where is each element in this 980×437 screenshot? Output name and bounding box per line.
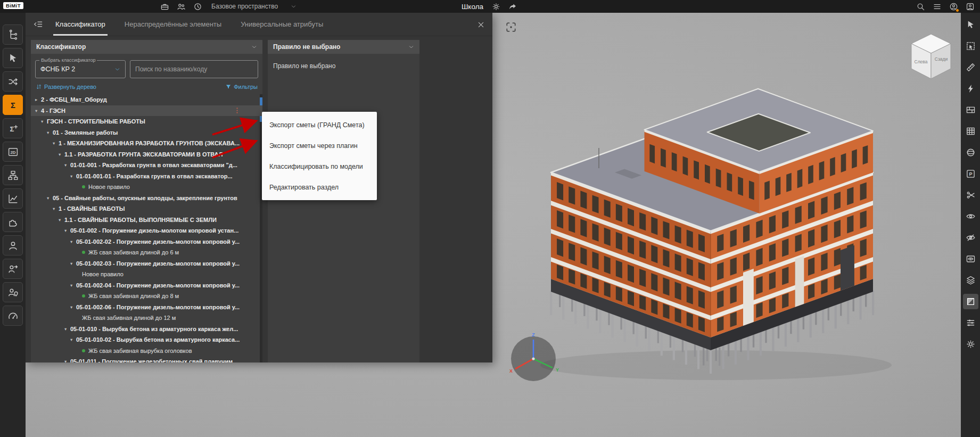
relations-icon[interactable] — [3, 71, 23, 92]
tree-item[interactable]: ЖБ свая забивная длиной до 8 м — [31, 291, 262, 302]
tree-item[interactable]: ▾05-01-002-03 - Погружение дизель-молото… — [31, 258, 262, 269]
quick-actions-icon[interactable] — [963, 81, 978, 96]
tree-caret-icon[interactable]: ▾ — [70, 304, 76, 310]
classifier-select[interactable]: Выбрать классификатор ФСНБ КР 2 — [35, 60, 126, 78]
plugins-puzzle-icon[interactable] — [3, 212, 23, 232]
profile-avatar-icon[interactable] — [964, 1, 976, 12]
dashboard-gauge-icon[interactable] — [3, 306, 23, 326]
region-select-icon[interactable] — [963, 38, 978, 54]
tab-1[interactable]: Классификатор — [46, 13, 115, 36]
view-settings-icon[interactable] — [963, 336, 978, 352]
charts-icon[interactable] — [3, 188, 23, 209]
tree-item[interactable]: ▾05-01-002 - Погружение дизель-молотом к… — [31, 225, 262, 236]
user-location-icon[interactable] — [3, 282, 23, 302]
view-2d-icon[interactable] — [3, 142, 23, 162]
tree-caret-icon[interactable]: ▾ — [59, 152, 64, 157]
tree-item[interactable]: ▾01-01-001-01 - Разработка грунта в отва… — [31, 171, 262, 182]
tree-caret-icon[interactable]: ▾ — [59, 217, 64, 222]
tree-item[interactable]: Новое правило — [31, 269, 262, 280]
workspace-selector[interactable]: Базовое пространство — [211, 0, 297, 13]
tree-item[interactable]: ▾01-01-001 - Разработка грунта в отвал э… — [31, 160, 262, 171]
tree-item[interactable]: ▾1 - СВАЙНЫЕ РАБОТЫ — [31, 203, 262, 215]
section-cut-icon[interactable] — [963, 187, 978, 203]
search-box[interactable] — [130, 60, 258, 78]
history-icon[interactable] — [192, 1, 203, 12]
tree-item[interactable]: ▾05-01-002-06 - Погружение дизель-молото… — [31, 302, 262, 313]
focus-model-button[interactable] — [504, 20, 518, 34]
tree-item[interactable]: ▾05-01-010 - Вырубка бетона из арматурно… — [31, 324, 262, 335]
tree-item[interactable]: ▾05-01-002-02 - Погружение дизель-молото… — [31, 236, 262, 248]
select-tool-icon[interactable] — [963, 17, 978, 32]
user-export-icon[interactable] — [3, 259, 23, 279]
tree-caret-icon[interactable]: ▾ — [70, 337, 76, 342]
tree-item[interactable]: ЖБ свая забивная вырубка оголовков — [31, 345, 262, 357]
search-icon[interactable] — [915, 1, 926, 12]
tree-caret-icon[interactable]: ▸ — [35, 97, 41, 102]
context-menu-item[interactable]: Экспорт сметы через плагин — [262, 135, 377, 156]
layers-icon[interactable] — [963, 273, 978, 288]
user-icon[interactable] — [3, 235, 23, 255]
projects-toolbox-icon[interactable] — [159, 1, 170, 12]
context-menu-item[interactable]: Классифицировать по модели — [262, 156, 377, 177]
tree-item[interactable]: ▾05-01-002-04 - Погружение дизель-молото… — [31, 280, 262, 291]
tree-item[interactable]: ЖБ свая забивная длиной до 12 м — [31, 312, 262, 324]
context-menu-item[interactable]: Экспорт сметы (ГРАНД Смета) — [262, 114, 377, 135]
expand-tree-link[interactable]: Развернуть дерево — [36, 84, 96, 90]
tree-item-menu-icon[interactable] — [233, 106, 241, 114]
tree-caret-icon[interactable]: ▾ — [70, 283, 76, 288]
navigation-cube[interactable]: Слева Сзади — [899, 26, 965, 87]
tree-caret-icon[interactable]: ▾ — [70, 239, 76, 244]
tree-item[interactable]: ▾1.1 - РАЗРАБОТКА ГРУНТА ЭКСКАВАТОРАМИ В… — [31, 149, 262, 160]
menu-list-icon[interactable] — [931, 1, 943, 12]
tree-item[interactable]: ▾05-01-010-02 - Вырубка бетона из армату… — [31, 334, 262, 345]
tree-item[interactable]: ▾01 - Земляные работы — [31, 127, 262, 138]
plan-view-icon[interactable] — [963, 166, 978, 182]
tree-item[interactable]: ▾1 - МЕХАНИЗИРОВАННАЯ РАЗРАБОТКА ГРУНТОВ… — [31, 138, 262, 149]
hide-elements-icon[interactable] — [963, 230, 978, 245]
tree-caret-icon[interactable]: ▾ — [35, 108, 41, 113]
tab-3[interactable]: Универсальные атрибуты — [231, 13, 333, 36]
display-settings-icon[interactable] — [963, 315, 978, 331]
rule-section-header[interactable]: Правило не выбрано — [268, 40, 419, 54]
tree-item[interactable]: ▸2 - ФСБЦ_Мат_Оборуд — [31, 94, 262, 105]
section-box-icon[interactable] — [963, 294, 978, 309]
user-circle-icon[interactable] — [948, 1, 959, 12]
share-icon[interactable] — [507, 1, 518, 12]
tree-item[interactable]: ЖБ свая забивная длиной до 6 м — [31, 247, 262, 258]
tree-caret-icon[interactable]: ▾ — [70, 261, 76, 266]
tree-item[interactable]: ▾05 - Свайные работы, опускные колодцы, … — [31, 193, 262, 204]
classifier-section-header[interactable]: Классификатор — [31, 40, 262, 54]
tree-item[interactable]: ▾4 - ГЭСН — [31, 105, 262, 117]
axis-gizmo[interactable]: Z X Y — [503, 328, 567, 392]
grid-table-icon[interactable] — [963, 123, 978, 139]
org-chart-icon[interactable] — [3, 165, 23, 185]
close-panel-button[interactable] — [474, 18, 487, 31]
app-logo[interactable]: BiMiT — [3, 2, 23, 9]
isolate-view-icon[interactable] — [963, 251, 978, 267]
search-input[interactable] — [135, 65, 253, 73]
tree-caret-icon[interactable]: ▾ — [41, 119, 47, 124]
tree-caret-icon[interactable]: ▾ — [53, 206, 59, 211]
filters-link[interactable]: Фильтры — [225, 84, 258, 90]
tab-2[interactable]: Нераспределённые элементы — [115, 13, 231, 36]
orbit-sphere-icon[interactable] — [963, 145, 978, 160]
tree-caret-icon[interactable]: ▾ — [64, 228, 70, 233]
tree-item[interactable]: ▾1.1 - СВАЙНЫЕ РАБОТЫ, ВЫПОЛНЯЕМЫЕ С ЗЕМ… — [31, 215, 262, 226]
tree-caret-icon[interactable]: ▾ — [47, 130, 53, 135]
tree-item[interactable]: ▾ГЭСН - СТРОИТЕЛЬНЫЕ РАБОТЫ — [31, 116, 262, 127]
tree-caret-icon[interactable]: ▾ — [64, 162, 70, 168]
tree-caret-icon[interactable]: ▾ — [53, 141, 59, 146]
team-icon[interactable] — [175, 1, 187, 12]
tree-item[interactable]: Новое правило — [31, 182, 262, 193]
tree-caret-icon[interactable]: ▾ — [64, 326, 70, 332]
tree-item[interactable]: ▾05-01-011 - Погружение железобетонных с… — [31, 356, 262, 362]
context-menu-item[interactable]: Редактировать раздел — [262, 177, 377, 197]
visibility-eye-icon[interactable] — [963, 209, 978, 224]
measure-ruler-icon[interactable] — [963, 60, 978, 75]
panel-menu-button[interactable] — [31, 13, 45, 36]
estimates-add-icon[interactable] — [3, 118, 23, 138]
model-tree-icon[interactable] — [3, 24, 23, 45]
tree-caret-icon[interactable]: ▾ — [64, 359, 70, 362]
select-tool-icon[interactable] — [3, 48, 23, 68]
estimates-sigma-icon[interactable] — [3, 95, 23, 115]
